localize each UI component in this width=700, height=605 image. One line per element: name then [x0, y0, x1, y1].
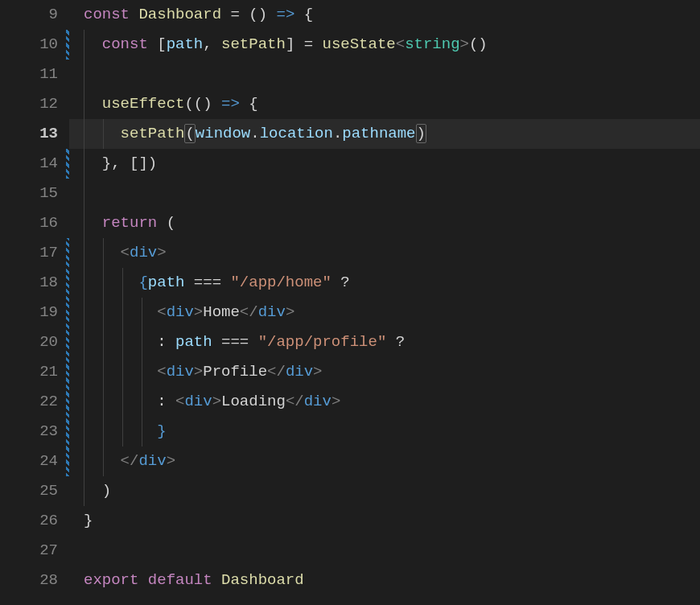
line-number: 15 [0, 179, 58, 208]
code-line[interactable]: const Dashboard = () => { [84, 0, 700, 30]
identifier-setpath: setPath [221, 35, 286, 53]
keyword-const: const [102, 35, 148, 53]
code-line[interactable] [84, 536, 700, 566]
code-line[interactable]: const [path, setPath] = useState<string>… [84, 30, 700, 60]
keyword-const: const [84, 6, 130, 23]
line-number: 9 [0, 0, 58, 30]
identifier-useeffect: useEffect [102, 95, 185, 113]
identifier-usestate: useState [323, 35, 396, 53]
jsx-text: Home [203, 303, 240, 321]
code-line[interactable]: } [84, 417, 700, 447]
identifier-setpath: setPath [121, 125, 185, 142]
line-number-gutter: 910111213141516171819202122232425262728 [0, 0, 66, 605]
identifier-path: path [175, 333, 212, 351]
code-line[interactable]: <div>Profile</div> [84, 357, 700, 387]
string-literal: "/app/home" [230, 274, 331, 291]
identifier-dashboard: Dashboard [138, 6, 221, 23]
code-line[interactable]: : <div>Loading</div> [84, 387, 700, 417]
code-area[interactable]: const Dashboard = () => { const [path, s… [69, 0, 700, 605]
identifier-path: path [167, 35, 204, 53]
line-number: 10 [0, 30, 58, 60]
code-line[interactable] [84, 60, 700, 89]
line-number: 25 [0, 476, 58, 506]
jsx-tag-div: div [130, 244, 157, 261]
code-line[interactable]: } [84, 506, 700, 536]
matched-bracket-close: ) [416, 124, 426, 143]
line-number: 19 [0, 298, 58, 327]
line-number: 21 [0, 357, 58, 387]
line-number: 16 [0, 208, 58, 238]
type-string: string [405, 35, 459, 53]
keyword-return: return [102, 214, 157, 232]
line-number: 28 [0, 566, 58, 595]
line-number: 26 [0, 506, 58, 536]
line-number: 27 [0, 536, 58, 566]
code-line[interactable]: </div> [84, 447, 700, 476]
identifier-pathname: pathname [342, 125, 415, 142]
matched-bracket-open: ( [184, 124, 195, 143]
identifier-location: location [260, 125, 333, 142]
line-number: 18 [0, 268, 58, 298]
code-line[interactable]: return ( [84, 208, 700, 238]
code-line[interactable]: : path === "/app/profile" ? [84, 327, 700, 357]
code-line[interactable]: <div>Home</div> [84, 298, 700, 327]
jsx-text: Loading [221, 393, 286, 410]
code-line[interactable]: useEffect(() => { [84, 89, 700, 119]
line-number: 11 [0, 60, 58, 89]
code-line[interactable]: {path === "/app/home" ? [84, 268, 700, 298]
code-editor[interactable]: 910111213141516171819202122232425262728 … [0, 0, 700, 605]
identifier-path: path [148, 274, 185, 291]
code-line[interactable]: }, []) [84, 149, 700, 179]
code-line[interactable] [84, 179, 700, 208]
line-number: 12 [0, 89, 58, 119]
string-literal: "/app/profile" [258, 333, 387, 351]
line-number: 17 [0, 238, 58, 268]
line-number: 20 [0, 327, 58, 357]
line-number: 22 [0, 387, 58, 417]
code-line[interactable]: export default Dashboard [84, 566, 700, 595]
line-number: 14 [0, 149, 58, 179]
line-number: 13 [0, 119, 58, 149]
arrow-token: => [276, 6, 294, 23]
line-number: 23 [0, 417, 58, 447]
identifier-dashboard: Dashboard [221, 571, 304, 589]
jsx-text: Profile [203, 363, 267, 381]
identifier-window: window [196, 125, 250, 142]
keyword-default: default [138, 571, 221, 589]
keyword-export: export [84, 571, 138, 589]
line-number: 24 [0, 447, 58, 476]
code-line[interactable]: <div> [84, 238, 700, 268]
code-line[interactable]: ) [84, 476, 700, 506]
code-line-active[interactable]: setPath(window.location.pathname) [84, 119, 700, 149]
